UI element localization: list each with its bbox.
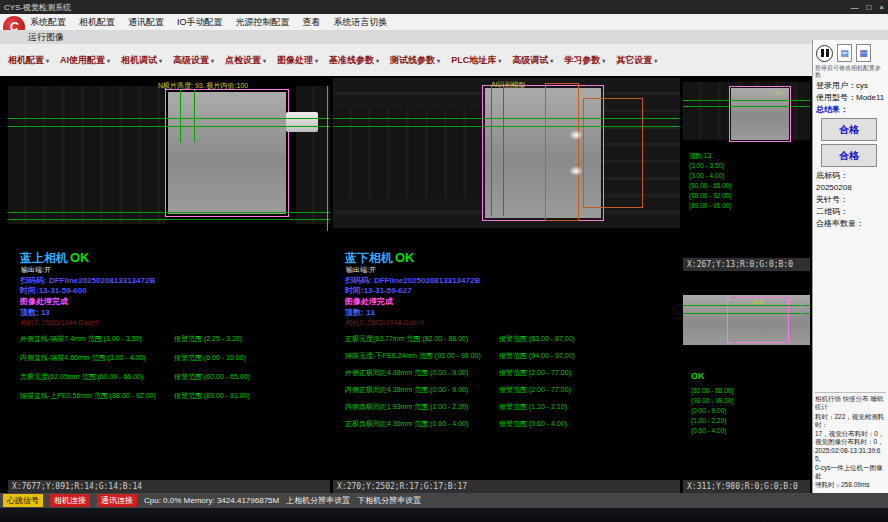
preview1-status-bar: X:267;Y:13;R:0;G:0;B:0 — [683, 258, 810, 271]
tab-run-image[interactable]: 运行图像 — [28, 31, 64, 44]
ai-roi-outline — [545, 83, 579, 221]
cpu-memory-readout: Cpu: 0.0% Memory: 3424.41796875M — [144, 496, 279, 505]
cam2-output-state: 输出端:开 — [346, 265, 376, 275]
menu-item-language-switch[interactable]: 系统语言切换 — [334, 16, 388, 29]
model-row: 使用型号：Mode11 — [813, 92, 888, 104]
toolbar-item-spot-check[interactable]: 点检设置▾ — [225, 54, 266, 67]
ok-status: OK — [395, 250, 415, 265]
chevron-down-icon: ▾ — [159, 57, 162, 64]
cam2-time: 时间:13-31-59-627 — [345, 285, 412, 296]
toolbar-item-learning-params[interactable]: 学习参数▾ — [564, 54, 605, 67]
close-button[interactable]: × — [879, 3, 884, 12]
camera1-view[interactable]: N极片高度: 93. 极片内值:100 蓝上相机OK 输出端:开 扫码码: DF… — [8, 78, 330, 480]
chevron-down-icon: ▾ — [437, 57, 440, 64]
camera-connection-badge: 相机连接 — [50, 494, 90, 507]
chevron-down-icon: ▾ — [315, 57, 318, 64]
toolbar-item-advanced-settings[interactable]: 高级设置▾ — [173, 54, 214, 67]
run-image-tab-row: 运行图像 — [0, 30, 888, 44]
base-code-value: 20250208 — [813, 182, 888, 194]
config-toolbar: 相机配置▾ AI使用配置▾ 相机调试▾ 高级设置▾ 点检设置▾ 图像处理▾ 基准… — [0, 44, 812, 76]
preview2-ok-status: OK — [691, 371, 705, 381]
base-code-label: 底标码： — [813, 170, 888, 182]
camera2-view[interactable]: AI识别模型 蓝下相机OK 输出端:开 扫码码: DFFline20250208… — [333, 78, 680, 480]
green-guide-line — [333, 118, 680, 119]
measurement-value: 内侧直线-隔膜4.60mm 范围:(3.00 - 4.00) — [20, 353, 170, 363]
preview2-view[interactable]: 100 OK (82.00 - 88.00) (93.00 - 98.00) (… — [683, 273, 810, 480]
measurement-value: 内侧正极间距4.38mm 范围:(0.00 - 9.00) — [345, 385, 495, 395]
bottom-strip — [0, 508, 888, 522]
statistics-line: 0-cys一件上位机一图像处 — [815, 464, 886, 481]
preview2-part-label: 100 — [753, 299, 763, 305]
measurement-row: 正极宽度(63.77mm 范围:(82.00 - 88.00)报警范围:(83.… — [345, 334, 678, 344]
measurement-value: 隔膜宽度-下PE6.24mm 范围:(93.00 - 98.00) — [345, 351, 495, 361]
lower-camera-resolution-label[interactable]: 下相机分辨率设置 — [357, 495, 421, 506]
statistics-line: 耗时：222，视觉检测耗时： — [815, 413, 886, 430]
cam1-process-done: 图像处理完成 — [20, 296, 68, 307]
toolbar-item-camera-config[interactable]: 相机配置▾ — [8, 54, 49, 67]
maximize-button[interactable]: □ — [866, 3, 871, 12]
measurement-alarm: 报警范围:(89.00 - 91.00) — [174, 391, 250, 401]
chevron-down-icon: ▾ — [263, 57, 266, 64]
measurement-alarm: 报警范围:(2.00 - 77.00) — [499, 385, 571, 395]
statistics-line: 2025:02:08-13:31:39:65。 — [815, 447, 886, 464]
login-user-row: 登录用户：cys — [813, 80, 888, 92]
toolbar-item-image-processing[interactable]: 图像处理▾ — [277, 54, 318, 67]
measurement-value: 隔膜直线-上PE0.56mm 范围:(88.00 - 92.00) — [20, 391, 170, 401]
statistics-line: 理耗时：258.09ms — [815, 481, 886, 490]
toolbar-item-other-settings[interactable]: 其它设置▾ — [616, 54, 657, 67]
machinery-texture — [333, 108, 483, 198]
chevron-down-icon: ▾ — [46, 57, 49, 64]
cam2-top-label: AI识别模型 — [491, 80, 526, 90]
pause-button[interactable] — [816, 45, 833, 62]
camera2-pixel-readout: X:270;Y:2502;R:17;G:17;B:17 — [337, 482, 467, 491]
green-guide-line-vertical — [194, 90, 195, 142]
green-guide-line — [683, 305, 810, 306]
preview2-text-line: (1.00 - 2.20) — [691, 417, 726, 424]
cam1-top-label: N极片高度: 93. 极片内值:100 — [158, 81, 248, 91]
measurement-alarm: 报警范围:(0.60 - 4.00) — [499, 419, 567, 429]
preview1-view[interactable]: 93 顶数:13 (3.00 - 3.50) (3.00 - 4.00) (60… — [683, 78, 810, 258]
toolbar-item-baseline-params[interactable]: 基准线参数▾ — [329, 54, 379, 67]
menu-item-view[interactable]: 查看 — [303, 16, 321, 29]
view-image-button[interactable]: ▦ — [856, 44, 871, 62]
heartbeat-status-badge: 心跳信号 — [3, 494, 43, 507]
window-title: CYS-视觉检测系统 — [4, 2, 71, 13]
menu-item-system-config[interactable]: 系统配置 — [30, 16, 66, 29]
side-panel: ▤ ▦ 暂停后可修改相机配置参数 登录用户：cys 使用型号：Mode11 总结… — [812, 40, 888, 493]
camera2-status-bar: X:270;Y:2502;R:17;G:17;B:17 — [333, 480, 680, 493]
green-guide-line — [683, 106, 810, 107]
chevron-down-icon: ▾ — [654, 57, 657, 64]
cam1-output-state: 输出端:开 — [21, 265, 51, 275]
menu-item-io-manual-config[interactable]: IO手动配置 — [177, 16, 223, 29]
cam2-process-done: 图像处理完成 — [345, 296, 393, 307]
comm-connection-badge: 通讯连接 — [97, 494, 137, 507]
toolbar-item-testline-params[interactable]: 测试线参数▾ — [390, 54, 440, 67]
green-guide-line — [683, 100, 810, 101]
upper-camera-resolution-label[interactable]: 上相机分辨率设置 — [286, 495, 350, 506]
toolbar-item-camera-debug[interactable]: 相机调试▾ — [121, 54, 162, 67]
result-box-2: 合格 — [821, 144, 877, 167]
menu-item-light-control-config[interactable]: 光源控制配置 — [236, 16, 290, 29]
total-result-label: 总结果： — [813, 104, 888, 116]
measurement-value: 外侧正极间距4.38mm 范围:(0.00 - 9.00) — [345, 368, 495, 378]
measurement-alarm: 报警范围:(94.00 - 97.00) — [499, 351, 575, 361]
side-panel-tip: 暂停后可修改相机配置参数 — [813, 64, 888, 80]
toolbar-item-plc-address[interactable]: PLC地址库▾ — [451, 54, 501, 67]
minimize-button[interactable]: — — [850, 3, 858, 12]
save-image-button[interactable]: ▤ — [837, 44, 852, 62]
toolbar-item-ai-config[interactable]: AI使用配置▾ — [60, 54, 110, 67]
chevron-down-icon: ▾ — [107, 57, 110, 64]
chevron-down-icon: ▾ — [498, 57, 501, 64]
menu-item-camera-config[interactable]: 相机配置 — [79, 16, 115, 29]
measurement-alarm: 报警范围:(2.25 - 3.20) — [174, 334, 242, 344]
reflection-glare — [569, 166, 583, 176]
model-value: Mode11 — [856, 93, 884, 102]
measurement-alarm: 报警范围:(60.00 - 65.00) — [174, 372, 250, 382]
menu-item-comm-config[interactable]: 通讯配置 — [128, 16, 164, 29]
ai-roi-outline — [583, 98, 643, 208]
preview2-text-line: (82.00 - 88.00) — [691, 387, 734, 394]
green-guide-line-vertical — [491, 86, 492, 216]
toolbar-item-advanced-debug[interactable]: 高级调试▾ — [512, 54, 553, 67]
cam1-count: 顶数: 13 — [20, 307, 50, 318]
cam1-camera-info: 相机1: 2592x1944 Gain:0 — [20, 318, 99, 328]
